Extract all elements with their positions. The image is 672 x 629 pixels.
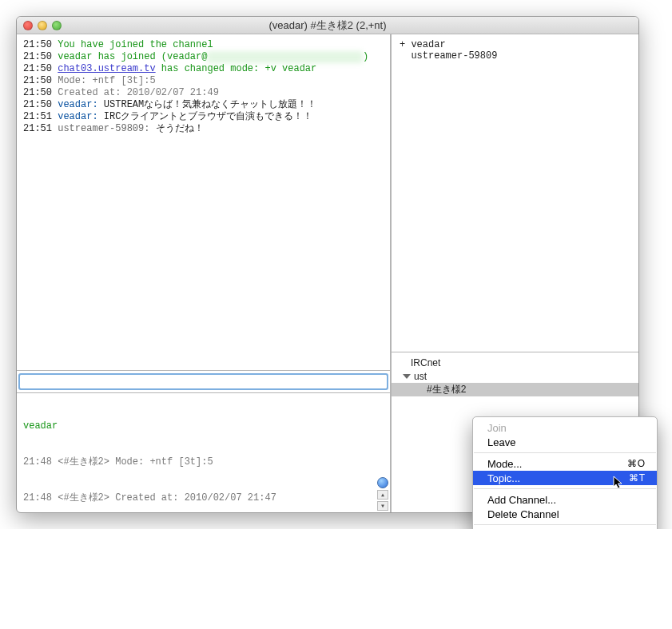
tree-channel[interactable]: #生き様2	[392, 383, 638, 396]
window-title: (veadar) #生き様2 (2,+nt)	[17, 18, 638, 33]
shortcut-label: ⌘O	[627, 458, 646, 469]
menu-separator	[474, 524, 656, 525]
tree-network-label: ust	[414, 371, 427, 382]
minimize-icon[interactable]	[38, 21, 47, 30]
console-line: 21:48 <#生き様2> Created at: 2010/02/07 21:…	[23, 492, 384, 504]
chat-line: 21:51 ustreamer-59809: そうだね！	[23, 123, 384, 135]
tree-network[interactable]: ust	[392, 369, 638, 383]
menu-add-channel[interactable]: Add Channel...	[473, 492, 657, 507]
menu-auto-op[interactable]: Auto Op List...	[473, 528, 657, 529]
chat-line: 21:50 You have joined the channel	[23, 39, 384, 51]
scroll-up-icon[interactable]: ▴	[377, 490, 388, 500]
menu-join: Join	[473, 420, 657, 435]
menu-separator	[474, 488, 656, 489]
chat-line: 21:50 veadar: USTREAMならば！気兼ねなくチャットし放題！！	[23, 99, 384, 111]
menu-leave[interactable]: Leave	[473, 435, 657, 449]
scroll-down-icon[interactable]: ▾	[377, 501, 388, 511]
close-icon[interactable]	[23, 21, 33, 30]
menu-mode[interactable]: Mode... ⌘O	[473, 456, 657, 471]
tree-server-label: IRCnet	[411, 357, 440, 368]
console-line: 21:48 <#生き様2> Mode: +ntf [3t]:5	[23, 456, 384, 468]
console-line: veadar	[23, 420, 58, 432]
menu-topic[interactable]: Topic... ⌘T	[473, 471, 657, 485]
chevron-down-icon	[403, 374, 411, 379]
user-row[interactable]: ustreamer-59809	[400, 50, 630, 62]
tree-channel-label: #生き様2	[427, 383, 466, 396]
chat-line: 21:51 veadar: IRCクライアントとブラウザで自演もできる！！	[23, 111, 384, 123]
message-input[interactable]	[19, 374, 388, 389]
user-row[interactable]: + veadar	[400, 39, 630, 50]
chat-line: 21:50 chat03.ustream.tv has changed mode…	[23, 63, 384, 75]
titlebar[interactable]: (veadar) #生き様2 (2,+nt)	[17, 17, 638, 34]
chat-line: 21:50 Mode: +ntf [3t]:5	[23, 75, 384, 87]
input-row	[17, 370, 391, 392]
context-menu: Join Leave Mode... ⌘O Topic... ⌘T Add Ch…	[472, 416, 658, 529]
user-list[interactable]: + veadar ustreamer-59809	[392, 34, 638, 352]
traffic-lights	[23, 21, 62, 30]
chat-line: 21:50 Created at: 2010/02/07 21:49	[23, 87, 384, 99]
tree-server[interactable]: IRCnet	[392, 356, 638, 369]
menu-separator	[474, 452, 656, 453]
scroll-thumb[interactable]	[377, 477, 388, 488]
chat-log: 21:50 You have joined the channel21:50 v…	[17, 34, 391, 370]
zoom-icon[interactable]	[52, 21, 62, 30]
app-window: (veadar) #生き様2 (2,+nt) 21:50 You have jo…	[16, 16, 639, 513]
shortcut-label: ⌘T	[629, 472, 646, 484]
server-console: veadar 21:48 <#生き様2> Mode: +ntf [3t]:5 2…	[17, 392, 391, 512]
menu-delete-channel[interactable]: Delete Channel	[473, 507, 657, 521]
chat-line: 21:50 veadar has joined (veadar@xxxxxxxx…	[23, 51, 384, 63]
